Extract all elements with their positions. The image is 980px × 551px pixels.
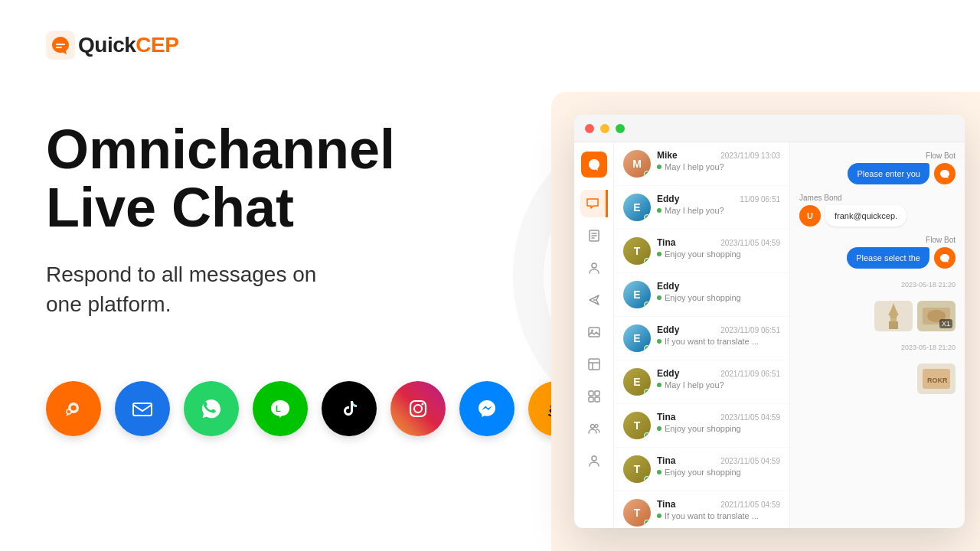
messages-area: Flow Bot Please enter you James — [790, 142, 965, 528]
svg-rect-27 — [889, 321, 898, 329]
chat-main: Flow Bot Please enter you James — [790, 142, 965, 528]
hero-subtitle: Respond to all messages on one platform. — [46, 259, 536, 319]
logo-icon — [46, 31, 75, 60]
chat-item-3[interactable]: E Eddy Enjoy your shopping — [614, 273, 789, 317]
app-window: M Mike 2023/11/09 13:03 May I help you? — [574, 115, 965, 528]
channel-email[interactable] — [115, 381, 170, 436]
title-bar — [574, 115, 965, 142]
chat-item-8[interactable]: T Tina 2021/11/05 04:59 If you want to t… — [614, 491, 789, 528]
sidebar-logo — [581, 152, 607, 178]
svg-marker-25 — [888, 303, 899, 318]
date-divider-2: 2023-05-18 21:20 — [799, 344, 956, 351]
img-thumb-eiffel — [874, 301, 913, 331]
bot-avatar-1 — [934, 163, 956, 184]
chat-item-6[interactable]: T Tina 2023/11/05 04:59 Enjoy your shopp… — [614, 404, 789, 448]
avatar-5: E — [623, 368, 651, 396]
svg-point-24 — [592, 456, 596, 461]
logo: QuickCEP — [46, 31, 536, 60]
chat-list: M Mike 2023/11/09 13:03 May I help you? — [614, 142, 790, 528]
img-thumb-wood-2: ROKR — [917, 364, 956, 394]
img-count: X1 — [939, 319, 952, 328]
date-divider-1: 2023-05-18 21:20 — [799, 281, 956, 289]
svg-text:L: L — [276, 404, 281, 413]
left-panel: QuickCEP Omnichannel Live Chat Respond t… — [0, 0, 582, 551]
avatar-4: E — [623, 324, 651, 352]
channel-line[interactable]: L — [253, 381, 308, 436]
channel-livechat[interactable] — [46, 381, 101, 436]
flow-bot-section-1: Flow Bot Please enter you — [799, 152, 956, 184]
titlebar-close-dot[interactable] — [585, 124, 594, 133]
chat-item-7[interactable]: T Tina 2023/11/05 04:59 Enjoy your shopp… — [614, 448, 789, 491]
bubble-james: frank@quickcep. — [825, 205, 906, 227]
channel-tiktok[interactable] — [322, 381, 377, 436]
channel-messenger[interactable] — [459, 381, 514, 436]
svg-rect-26 — [890, 318, 897, 321]
svg-rect-19 — [595, 391, 599, 396]
svg-point-14 — [592, 263, 596, 268]
svg-point-9 — [422, 403, 424, 405]
sidebar-item-chat[interactable] — [580, 190, 608, 217]
james-bond-section: James Bond U frank@quickcep. — [799, 194, 956, 227]
app-sidebar — [574, 142, 614, 528]
right-panel: M Mike 2023/11/09 13:03 May I help you? — [551, 0, 980, 551]
bubble-flow-bot-2: Please select the — [847, 247, 929, 269]
flow-bot-label-2: Flow Bot — [799, 236, 956, 244]
sidebar-item-profile[interactable] — [580, 254, 608, 282]
sidebar-item-grid[interactable] — [580, 383, 608, 410]
titlebar-maximize-dot[interactable] — [616, 124, 625, 133]
chat-item-4[interactable]: E Eddy 2023/11/09 06:51 If you want to t… — [614, 317, 789, 360]
avatar-8: T — [623, 499, 651, 527]
channels-row: L a — [46, 381, 536, 436]
svg-point-22 — [590, 425, 594, 429]
svg-rect-18 — [589, 391, 593, 396]
img-thumb-wood: X1 — [917, 301, 956, 331]
svg-point-23 — [595, 425, 598, 428]
app-body: M Mike 2023/11/09 13:03 May I help you? — [574, 142, 965, 528]
james-bond-label: James Bond — [799, 194, 956, 202]
svg-point-16 — [591, 330, 593, 332]
chat-item-0[interactable]: M Mike 2023/11/09 13:03 May I help you? — [614, 142, 789, 186]
image-thumbnails-1: X1 — [799, 301, 956, 331]
sidebar-item-image[interactable] — [580, 318, 608, 346]
chat-item-5[interactable]: E Eddy 2021/11/09 06:51 May I help you? — [614, 360, 789, 404]
sidebar-item-notes[interactable] — [580, 222, 608, 249]
sidebar-item-layout[interactable] — [580, 350, 608, 378]
sidebar-item-user-single[interactable] — [580, 447, 608, 474]
svg-rect-21 — [595, 397, 599, 402]
channel-whatsapp[interactable] — [184, 381, 239, 436]
svg-point-3 — [67, 410, 70, 413]
avatar-1: E — [623, 194, 651, 221]
sidebar-item-send[interactable] — [580, 286, 608, 314]
bubble-flow-bot-1: Please enter you — [848, 163, 929, 184]
chat-item-1[interactable]: E Eddy 11/09 06:51 May I help you? — [614, 186, 789, 230]
logo-text: QuickCEP — [78, 33, 178, 57]
msg-row-bot-1: Please enter you — [799, 163, 956, 184]
avatar-6: T — [623, 412, 651, 439]
hero-title: Omnichannel Live Chat — [46, 121, 536, 236]
avatar-2: T — [623, 237, 651, 265]
flow-bot-section-2: Flow Bot Please select the — [799, 236, 956, 269]
bot-avatar-2 — [934, 247, 956, 269]
avatar-7: T — [623, 455, 651, 483]
image-thumbnails-2: ROKR — [799, 364, 956, 394]
avatar-0: M — [623, 150, 651, 178]
svg-rect-15 — [589, 328, 599, 337]
sidebar-item-users[interactable] — [580, 415, 608, 442]
svg-point-8 — [414, 405, 422, 412]
james-avatar: U — [799, 205, 821, 227]
svg-text:ROKR: ROKR — [927, 377, 948, 384]
titlebar-minimize-dot[interactable] — [600, 124, 609, 133]
chat-item-2[interactable]: T Tina 2023/11/05 04:59 Enjoy your shopp… — [614, 230, 789, 273]
channel-instagram[interactable] — [390, 381, 446, 436]
svg-rect-20 — [589, 397, 593, 402]
flow-bot-label-1: Flow Bot — [799, 152, 956, 160]
msg-row-james: U frank@quickcep. — [799, 205, 956, 227]
avatar-3: E — [623, 281, 651, 308]
msg-row-bot-2: Please select the — [799, 247, 956, 269]
svg-point-4 — [71, 405, 77, 410]
svg-rect-5 — [133, 403, 152, 416]
svg-rect-17 — [589, 359, 599, 370]
